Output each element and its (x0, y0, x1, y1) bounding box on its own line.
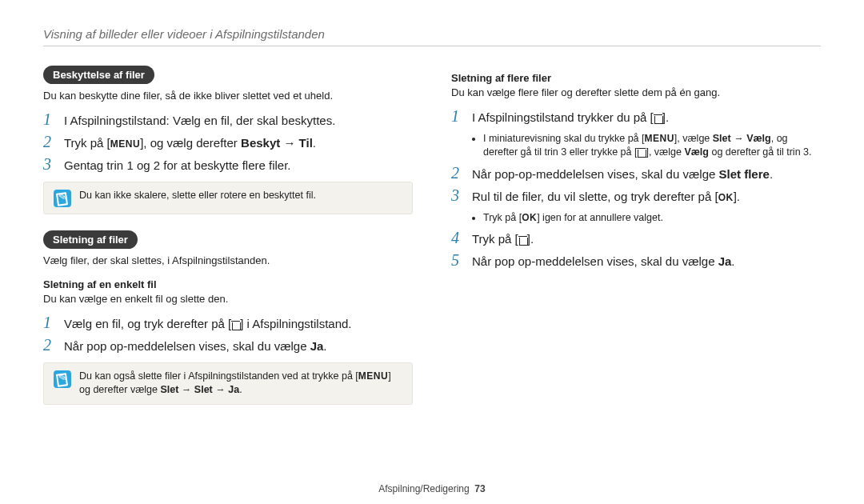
step-number: 1 (43, 111, 56, 127)
trash-icon (654, 114, 662, 123)
step-number: 3 (43, 156, 56, 172)
step-text: Når pop-op-meddelelsen vises, skal du væ… (472, 166, 773, 182)
step-number: 5 (451, 252, 464, 268)
section-pill-delete: Sletning af filer (43, 230, 138, 249)
trash-icon (518, 235, 527, 245)
step-text: Tryk på []. (472, 230, 534, 247)
delete-single-intro: Du kan vælge en enkelt fil og slette den… (43, 292, 413, 306)
menu-icon: MENU (110, 139, 140, 149)
page-footer: Afspilning/Redigering 73 (0, 483, 864, 494)
note-box: Du kan ikke skalere, slette eller rotere… (43, 182, 413, 214)
note-box: Du kan også slette filer i Afspilningsti… (43, 362, 413, 405)
step-number: 2 (43, 134, 56, 150)
protection-intro: Du kan beskytte dine filer, så de ikke b… (43, 89, 413, 103)
protection-steps: 1 I Afspilningstilstand: Vælg en fil, de… (43, 111, 413, 174)
note-icon (54, 190, 71, 207)
left-column: Beskyttelse af filer Du kan beskytte din… (43, 61, 413, 416)
step-number: 1 (43, 314, 56, 330)
page-header: Visning af billeder eller videoer i Afsp… (43, 27, 821, 46)
note-text: Du kan ikke skalere, slette eller rotere… (79, 189, 316, 203)
step3-bullets: Tryk på [OK] igen for at annullere valge… (451, 211, 821, 226)
bullet-item: I miniaturevisning skal du trykke på [ME… (483, 132, 821, 160)
delete-single-head: Sletning af en enkelt fil (43, 278, 413, 290)
ok-icon: OK (522, 213, 537, 222)
step-number: 3 (451, 187, 464, 203)
delete-single-steps: 1 Vælg en fil, og tryk derefter på [] i … (43, 314, 413, 354)
step-text: Rul til de filer, du vil slette, og tryk… (472, 188, 740, 205)
delete-multi-steps: 1 I Afspilningstilstand trykker du på []… (451, 108, 821, 126)
step1-bullets: I miniaturevisning skal du trykke på [ME… (451, 132, 821, 160)
trash-icon (231, 320, 240, 330)
delete-multi-intro: Du kan vælge flere filer og derefter sle… (451, 86, 821, 100)
step-number: 2 (451, 165, 464, 181)
step-text: Når pop op-meddelelsen vises, skal du væ… (64, 338, 327, 354)
step-number: 4 (451, 230, 464, 246)
delete-multi-steps-2: 2 Når pop-op-meddelelsen vises, skal du … (451, 165, 821, 205)
trash-icon (637, 147, 646, 157)
step-text: I Afspilningstilstand: Vælg en fil, der … (64, 112, 335, 129)
step-text: Tryk på [MENU], og vælg derefter Beskyt … (64, 134, 316, 151)
step-text: Når pop op-meddelelsen vises, skal du væ… (472, 253, 735, 270)
note-text: Du kan også slette filer i Afspilningsti… (79, 370, 402, 398)
ok-icon: OK (718, 193, 734, 202)
delete-multi-steps-3: 4 Tryk på []. 5 Når pop op-meddelelsen v… (451, 230, 821, 270)
step-text: Gentag trin 1 og 2 for at beskytte flere… (64, 157, 290, 174)
right-column: Sletning af flere filer Du kan vælge fle… (451, 61, 821, 416)
menu-icon: MENU (644, 134, 674, 143)
menu-icon: MENU (358, 371, 388, 381)
step-text: Vælg en fil, og tryk derefter på [] i Af… (64, 315, 352, 332)
delete-multi-head: Sletning af flere filer (451, 72, 821, 84)
step-number: 1 (451, 108, 464, 124)
step-number: 2 (43, 337, 56, 353)
delete-intro: Vælg filer, der skal slettes, i Afspilni… (43, 254, 413, 268)
note-icon (54, 370, 71, 388)
bullet-item: Tryk på [OK] igen for at annullere valge… (483, 211, 821, 226)
step-text: I Afspilningstilstand trykker du på []. (472, 109, 669, 126)
section-pill-protection: Beskyttelse af filer (43, 66, 154, 84)
